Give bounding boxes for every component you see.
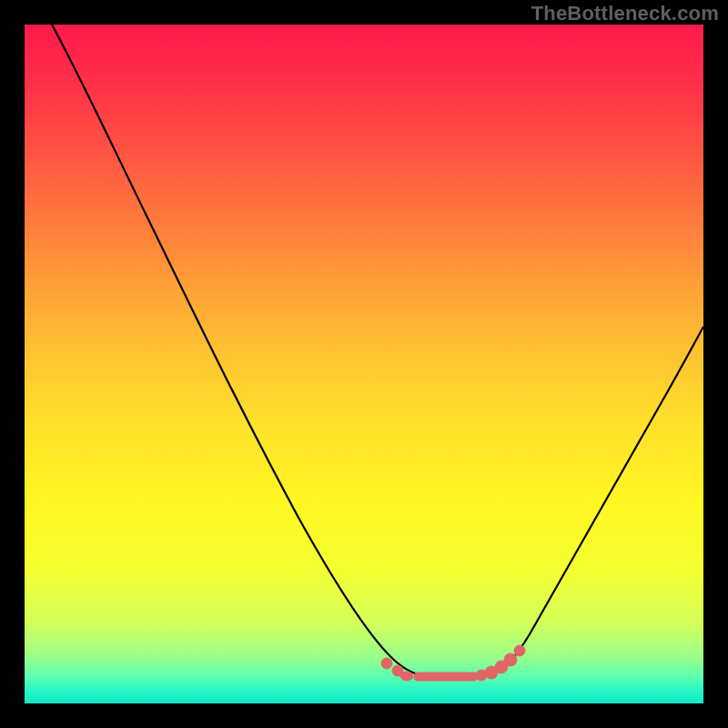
bottom-dot-series xyxy=(381,645,525,681)
main-curve-path xyxy=(52,25,703,678)
bottleneck-curve xyxy=(25,25,703,703)
plot-area xyxy=(25,25,703,703)
dot xyxy=(504,653,517,666)
dot-bar xyxy=(414,672,478,681)
dot xyxy=(514,645,525,656)
dot xyxy=(400,672,413,681)
watermark-text: TheBottleneck.com xyxy=(531,2,719,25)
dot xyxy=(381,658,392,669)
chart-frame: TheBottleneck.com xyxy=(0,0,728,728)
